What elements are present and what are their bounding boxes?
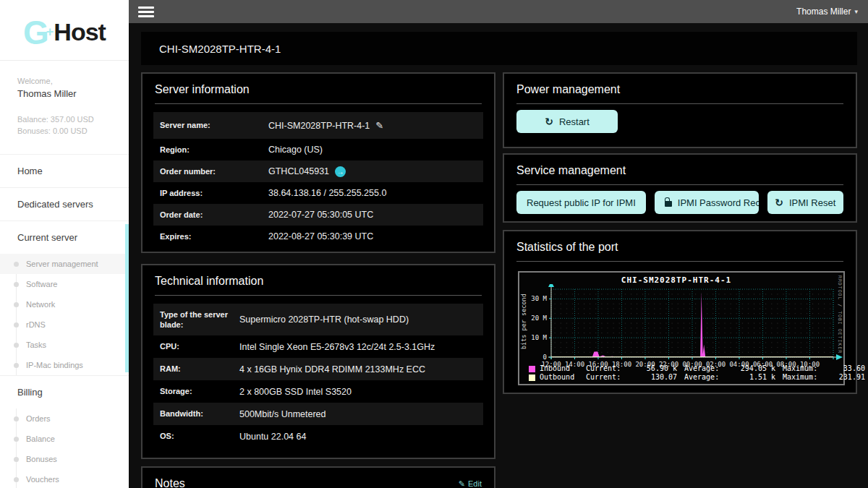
sidebar-item-server-management[interactable]: Server management	[0, 254, 129, 274]
bullet-icon	[14, 416, 19, 421]
refresh-icon: ↻	[545, 116, 553, 127]
sidebar-item-home[interactable]: Home	[0, 155, 129, 187]
table-row: OS: Ubuntu 22.04 64	[153, 425, 483, 448]
table-row: Storage: 2 x 800GB SSD Intel S3520	[153, 380, 483, 403]
row-label: OS:	[160, 431, 239, 441]
bullet-icon	[14, 262, 19, 267]
sidebar-item-current-server[interactable]: Current server	[0, 221, 129, 254]
legend-cell: Outbound	[540, 373, 586, 382]
chevron-down-icon: ▾	[854, 8, 858, 15]
server-information-panel: Server information Server name: CHI-SM20…	[141, 72, 495, 253]
welcome-block: Welcome, Thomas Miller Balance: 357.00 U…	[0, 61, 129, 135]
legend-cell: 56.90 k	[629, 364, 677, 373]
gthost-logo[interactable]: G+Host	[0, 0, 129, 61]
legend-swatch-icon	[529, 366, 535, 372]
page-title: CHI-SM2028TP-HTR-4-1	[159, 43, 281, 55]
pencil-icon: ✎	[459, 479, 465, 488]
request-public-ip-ipmi-button[interactable]: Request public IP for IPMI	[516, 191, 646, 214]
edit-notes-button[interactable]: ✎Edit	[459, 479, 482, 488]
panel-title: Power management	[516, 83, 620, 96]
blade-type-value: Supermicro 2028TP-HTR (hot-swap HDD)	[239, 314, 409, 325]
app-root: G+Host Welcome, Thomas Miller Balance: 3…	[0, 0, 868, 488]
ip-address-value: 38.64.138.16 / 255.255.255.0	[268, 188, 386, 198]
sidebar-menu: Home Dedicated servers Current server Se…	[0, 154, 129, 488]
sub-label: Bonuses	[26, 455, 57, 463]
row-label: CPU:	[160, 341, 239, 351]
server-name-value: CHI-SM2028TP-HTR-4-1	[268, 121, 370, 131]
sidebar-item-network[interactable]: Network	[0, 294, 129, 314]
table-row: Order number: GTHCL045931→	[153, 160, 483, 182]
order-number-value: GTHCL045931	[268, 166, 329, 176]
y-tick-label: 0	[522, 354, 547, 361]
legend-cell: Average:	[684, 364, 728, 373]
y-tick-label: 30 M	[522, 295, 547, 302]
sub-label: IP-Mac bindings	[26, 361, 83, 369]
legend-cell: Maximum:	[783, 364, 826, 373]
sidebar-item-software[interactable]: Software	[0, 274, 129, 294]
cpu-value: Intel Single Xeon E5-2678v3 12c/24t 2.5-…	[239, 342, 435, 352]
legend-cell: Current:	[586, 364, 629, 373]
y-tick-label: 20 M	[522, 314, 547, 322]
current-server-submenu: Server management Software Network rDNS …	[0, 254, 129, 375]
open-order-arrow-icon[interactable]: →	[335, 166, 346, 177]
service-management-panel: Service management Request public IP for…	[503, 153, 857, 223]
legend-row: OutboundCurrent:130.07Average:1.51 kMaxi…	[529, 373, 868, 382]
ipmi-reset-button[interactable]: ↻ IPMI Reset	[767, 191, 843, 214]
bullet-icon	[14, 343, 19, 348]
panel-title: Server information	[155, 83, 250, 96]
bullet-icon	[14, 457, 19, 462]
legend-cell: 33.60 M	[826, 364, 868, 373]
table-row: Region: Chicago (US)	[153, 139, 483, 160]
user-account-menu[interactable]: Thomas Miller ▾	[796, 7, 858, 17]
active-section-indicator	[125, 224, 129, 372]
sidebar-item-balance[interactable]: Balance	[0, 429, 129, 449]
bonuses-text: Bonuses: 0.00 USD	[17, 127, 129, 135]
table-row: Order date: 2022-07-27 05:30:05 UTC	[153, 204, 483, 226]
sidebar-item-dedicated-servers[interactable]: Dedicated servers	[0, 188, 129, 221]
legend-swatch-icon	[529, 374, 535, 381]
sidebar-item-ip-mac-bindings[interactable]: IP-Mac bindings	[0, 355, 129, 375]
table-row: Type of the server blade: Supermicro 202…	[153, 304, 483, 335]
edit-server-name-icon[interactable]: ✎	[375, 120, 383, 131]
row-label: RAM:	[160, 364, 239, 374]
row-label: Region:	[160, 145, 268, 155]
sidebar-item-bonuses[interactable]: Bonuses	[0, 449, 129, 469]
table-row: RAM: 4 x 16GB Hynix DDR4 RDIMM 2133MHz E…	[153, 358, 483, 380]
bullet-icon	[14, 282, 19, 287]
legend-cell: Maximum:	[783, 373, 826, 382]
expires-value: 2022-08-27 05:30:39 UTC	[268, 231, 373, 241]
row-label: Expires:	[160, 231, 268, 241]
ipmi-password-recovery-button[interactable]: IPMI Password Recovery	[655, 191, 759, 214]
ram-value: 4 x 16GB Hynix DDR4 RDIMM 2133MHz ECC	[239, 364, 425, 374]
edit-label: Edit	[468, 479, 482, 488]
row-label: Order number:	[160, 166, 268, 176]
bandwidth-value: 500Mbit/s Unmetered	[239, 409, 326, 419]
sidebar-item-orders[interactable]: Orders	[0, 408, 129, 429]
panel-title: Statistics of the port	[516, 241, 618, 254]
sidebar-item-rdns[interactable]: rDNS	[0, 314, 129, 335]
restart-button[interactable]: ↻ Restart	[516, 110, 618, 133]
table-row: CPU: Intel Single Xeon E5-2678v3 12c/24t…	[153, 335, 483, 358]
hamburger-menu-icon[interactable]	[138, 4, 154, 20]
panel-title: Technical information	[155, 275, 263, 288]
power-management-panel: Power management ↻ Restart	[503, 72, 857, 148]
row-label: Server name:	[160, 120, 268, 130]
bullet-icon	[14, 437, 19, 442]
legend-cell: Average:	[684, 373, 728, 382]
panel-title: Service management	[516, 164, 626, 177]
logo-host: Host	[54, 18, 106, 46]
billing-submenu: Orders Balance Bonuses Vouchers Cart	[0, 408, 129, 488]
bullet-icon	[14, 477, 19, 482]
row-label: Bandwidth:	[160, 408, 239, 419]
sidebar-item-billing[interactable]: Billing	[0, 376, 129, 408]
order-date-value: 2022-07-27 05:30:05 UTC	[268, 210, 373, 220]
sidebar-item-vouchers[interactable]: Vouchers	[0, 469, 129, 488]
sidebar-item-tasks[interactable]: Tasks	[0, 335, 129, 355]
button-label: Request public IP for IPMI	[527, 197, 636, 208]
button-label: IPMI Password Recovery	[678, 197, 759, 208]
restart-label: Restart	[559, 116, 590, 127]
legend-cell: Inbound	[540, 364, 586, 373]
row-label: Type of the server blade:	[160, 309, 239, 330]
port-statistics-panel: Statistics of the port CHI-SM2028TP-HTR-…	[503, 230, 857, 394]
table-row: Expires: 2022-08-27 05:30:39 UTC	[153, 226, 483, 247]
